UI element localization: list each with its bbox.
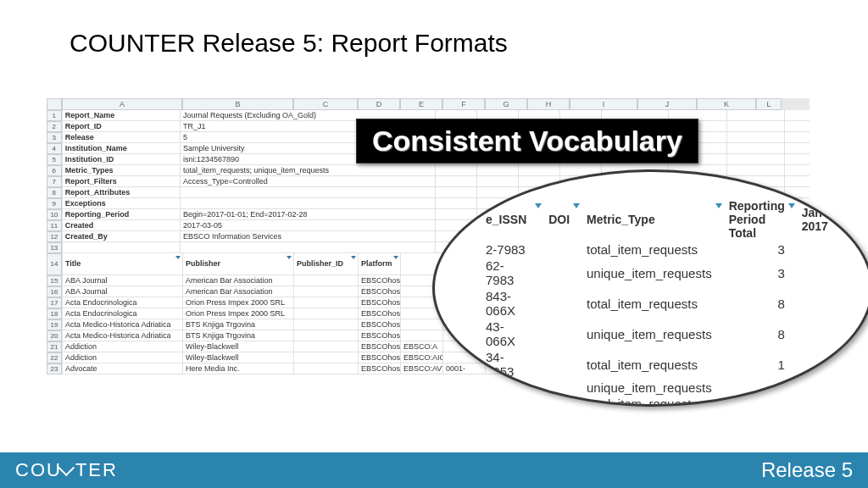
hdr-publisher-id[interactable]: Publisher_ID bbox=[293, 253, 358, 275]
oval-row: 62-7983unique_item_requests3 bbox=[477, 258, 845, 288]
oval-row: 2-7983total_item_requests3 bbox=[477, 241, 845, 258]
callout-oval: e_ISSN DOI Metric_Type Reporting Period … bbox=[432, 169, 868, 407]
hdr-title[interactable]: Title bbox=[62, 253, 182, 275]
vocab-table: e_ISSN DOI Metric_Type Reporting Period … bbox=[477, 197, 845, 407]
oval-row: 34-6253total_item_requests11 bbox=[477, 349, 845, 380]
column-headers: A B C D E F G H I J K L bbox=[47, 98, 810, 110]
col-A[interactable]: A bbox=[62, 98, 182, 110]
oval-hdr-total[interactable]: Reporting Period Total bbox=[721, 197, 793, 241]
col-I[interactable]: I bbox=[570, 98, 637, 110]
col-D[interactable]: D bbox=[358, 98, 400, 110]
col-L[interactable]: L bbox=[756, 98, 782, 110]
counter-logo: COUTER bbox=[15, 459, 118, 481]
col-E[interactable]: E bbox=[400, 98, 442, 110]
check-icon bbox=[58, 459, 75, 476]
callout-title: Consistent Vocabulary bbox=[356, 119, 698, 164]
release-label: Release 5 bbox=[761, 458, 853, 482]
col-B[interactable]: B bbox=[182, 98, 293, 110]
oval-hdr-jan[interactable]: Jan-2017 bbox=[793, 197, 845, 241]
col-F[interactable]: F bbox=[442, 98, 485, 110]
col-H[interactable]: H bbox=[527, 98, 570, 110]
oval-row: -6253unique_item_requests11 bbox=[477, 380, 845, 396]
oval-hdr-metric[interactable]: Metric_Type bbox=[578, 197, 721, 241]
oval-row: 843-066Xtotal_item_requests8 bbox=[477, 288, 845, 319]
hdr-platform[interactable]: Platform bbox=[358, 253, 400, 275]
oval-row: 43-066Xunique_item_requests8 bbox=[477, 319, 845, 349]
slide-title: COUNTER Release 5: Report Formats bbox=[70, 29, 508, 58]
col-J[interactable]: J bbox=[637, 98, 697, 110]
col-G[interactable]: G bbox=[485, 98, 527, 110]
col-C[interactable]: C bbox=[293, 98, 358, 110]
hdr-publisher[interactable]: Publisher bbox=[182, 253, 293, 275]
footer-bar: COUTER Release 5 bbox=[0, 452, 868, 488]
oval-hdr-doi[interactable]: DOI bbox=[540, 197, 578, 241]
oval-row: 3total_item_requests2 bbox=[477, 396, 845, 407]
col-K[interactable]: K bbox=[697, 98, 756, 110]
